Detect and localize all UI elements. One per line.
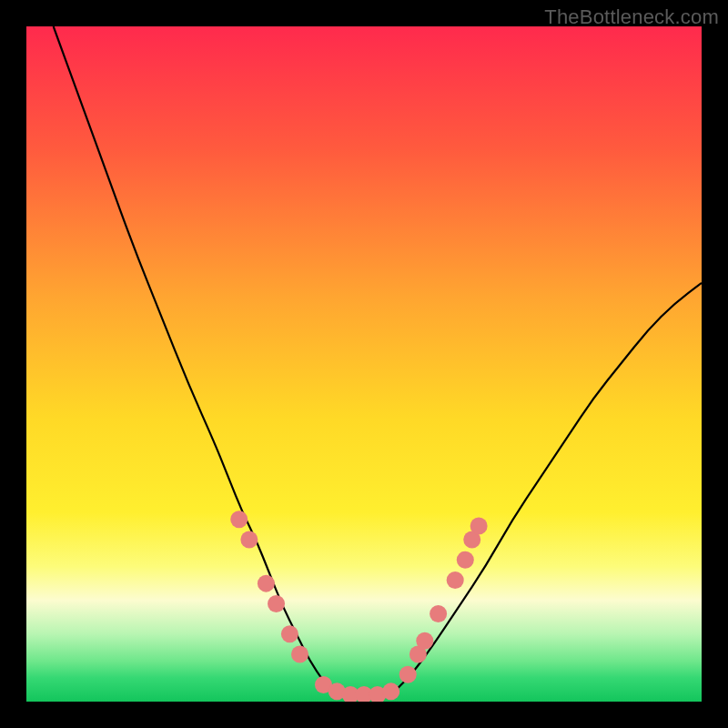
marker-dot [258, 575, 275, 592]
chart-canvas: TheBottleneck.com [0, 0, 728, 728]
marker-dot [470, 518, 488, 535]
marker-dot [399, 666, 417, 683]
marker-dot [268, 595, 285, 612]
left-curve-line [54, 26, 330, 688]
marker-dot [457, 551, 474, 569]
marker-group [230, 511, 487, 702]
marker-dot [430, 605, 447, 622]
plot-area [26, 26, 702, 702]
marker-dot [382, 682, 399, 700]
watermark-text: TheBottleneck.com [544, 5, 719, 29]
marker-dot [416, 632, 433, 650]
marker-dot [291, 646, 308, 663]
right-curve-line [398, 283, 702, 688]
marker-dot [447, 571, 464, 589]
marker-dot [230, 511, 248, 528]
marker-dot [281, 625, 298, 642]
marker-dot [240, 531, 258, 548]
chart-overlay [26, 26, 702, 702]
